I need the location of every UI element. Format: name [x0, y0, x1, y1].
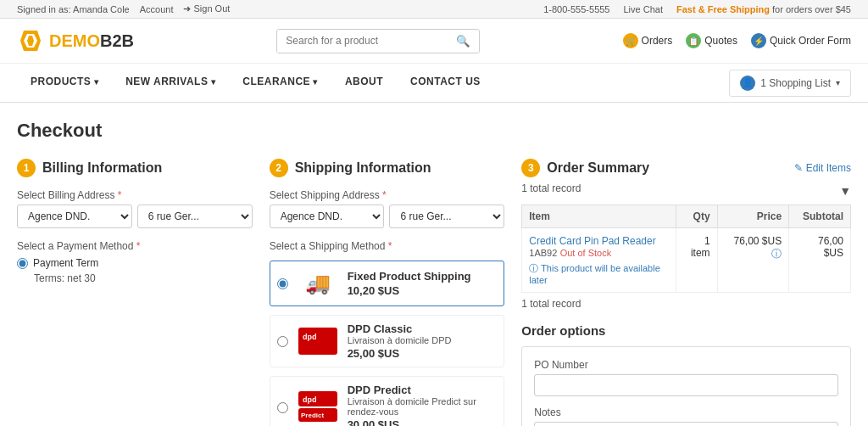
order-options-title: Order options: [521, 323, 851, 338]
product-name-link[interactable]: Credit Card Pin Pad Reader: [529, 235, 669, 247]
billing-section-header: 1 Billing Information: [17, 159, 253, 177]
shipping-fixed-name: Fixed Product Shipping: [348, 270, 498, 283]
po-number-input[interactable]: [534, 374, 838, 396]
order-summary-step-number: 3: [521, 159, 540, 177]
billing-address-name-select[interactable]: Agence DND.: [17, 205, 132, 228]
shipping-option-dpd-predict[interactable]: dpd Predict DPD Predict Livraison à domi…: [270, 376, 505, 426]
dpd-classic-logo: dpd: [298, 328, 337, 355]
logo-text-dark: B2B: [100, 31, 134, 50]
product-sku: 1AB92: [529, 248, 557, 258]
nav-about[interactable]: ABOUT: [331, 64, 397, 102]
shipping-fixed-radio[interactable]: [277, 278, 288, 289]
free-shipping-note: for orders over $45: [770, 4, 851, 14]
shopping-list-button[interactable]: 👤 1 Shopping List: [729, 70, 851, 97]
orders-label: Orders: [642, 35, 673, 47]
billing-step-number: 1: [17, 159, 36, 177]
quick-order-label: Quick Order Form: [770, 35, 851, 47]
orders-icon-item[interactable]: 🛒 Orders: [623, 33, 673, 48]
signed-in-text: Signed in as: Amanda Cole: [17, 4, 130, 14]
notes-field-group: Notes: [534, 406, 838, 426]
shipping-fixed-icon: 🚚: [297, 268, 339, 299]
table-row: Credit Card Pin Pad Reader 1AB92 Out of …: [522, 228, 851, 293]
shipping-dpd-classic-price: 25,00 $US: [348, 347, 498, 360]
dpd-predict-logo: dpd Predict: [298, 391, 337, 423]
col-item-header: Item: [522, 205, 676, 228]
sign-out-link[interactable]: Sign Out: [183, 3, 230, 14]
shopping-list-icon: 👤: [740, 76, 755, 91]
shipping-method-list: 🚚 Fixed Product Shipping 10,20 $US dpd: [270, 261, 505, 426]
billing-address-select-wrap: Agence DND. 6 rue Ger...: [17, 205, 253, 228]
shipping-dpd-predict-name: DPD Predict: [348, 384, 498, 396]
live-chat-link[interactable]: Live Chat: [624, 4, 663, 14]
orders-badge: 🛒: [623, 33, 638, 48]
col-price-header: Price: [717, 205, 789, 228]
price-info-icon[interactable]: ⓘ: [771, 248, 782, 260]
billing-section-title: Billing Information: [42, 160, 162, 176]
shipping-section-header: 2 Shipping Information: [270, 159, 505, 177]
shipping-address-select-wrap: Agence DND. 6 rue Ger...: [270, 205, 505, 228]
qty-cell: 1 item: [676, 228, 717, 293]
checkout-grid: 1 Billing Information Select Billing Add…: [17, 159, 851, 426]
truck-icon: 🚚: [305, 272, 331, 295]
quotes-badge: 📋: [686, 33, 701, 48]
order-options-box: PO Number Notes Delete this shopping lis…: [521, 346, 851, 426]
payment-method-label: Select a Payment Method: [17, 240, 253, 252]
shipping-section-title: Shipping Information: [295, 160, 431, 176]
header: DEMOB2B 🔍 🛒 Orders 📋 Quotes ⚡ Quick Orde…: [0, 19, 868, 64]
shipping-fixed-info: Fixed Product Shipping 10,20 $US: [348, 270, 498, 297]
order-table: Item Qty Price Subtotal Credit Card Pin …: [521, 205, 851, 293]
quotes-icon-item[interactable]: 📋 Quotes: [686, 33, 737, 48]
item-cell: Credit Card Pin Pad Reader 1AB92 Out of …: [522, 228, 676, 293]
search-input[interactable]: [277, 30, 448, 53]
svg-text:dpd: dpd: [303, 333, 317, 341]
shipping-address-value-select[interactable]: 6 rue Ger...: [389, 205, 504, 228]
shipping-dpd-classic-desc: Livraison à domicile DPD: [348, 335, 498, 345]
quotes-label: Quotes: [704, 35, 737, 47]
account-link[interactable]: Account: [140, 4, 174, 14]
top-bar-right: 1-800-555-5555 Live Chat Fast & Free Shi…: [543, 4, 851, 14]
shipping-dpd-predict-info: DPD Predict Livraison à domicile Predict…: [348, 384, 498, 426]
nav-products[interactable]: PRODUCTS: [17, 64, 112, 102]
shipping-option-dpd-classic[interactable]: dpd DPD Classic Livraison à domicile DPD…: [270, 315, 505, 367]
shipping-fixed-price: 10,20 $US: [348, 284, 498, 297]
price-cell: 76,00 $US ⓘ: [717, 228, 789, 293]
logo-text-colored: DEMO: [49, 31, 100, 50]
top-bar-left: Signed in as: Amanda Cole Account Sign O…: [17, 3, 230, 14]
header-icons: 🛒 Orders 📋 Quotes ⚡ Quick Order Form: [623, 33, 851, 48]
shipping-address-label: Select Shipping Address: [270, 189, 505, 201]
notes-textarea[interactable]: [534, 422, 838, 426]
edit-items-button[interactable]: Edit Items: [794, 162, 851, 174]
product-note: This product will be available later: [529, 262, 669, 285]
shipping-option-fixed[interactable]: 🚚 Fixed Product Shipping 10,20 $US: [270, 261, 505, 306]
out-of-stock-badge: Out of Stock: [560, 248, 612, 258]
nav-new-arrivals[interactable]: NEW ARRIVALS: [112, 64, 229, 102]
nav-clearance[interactable]: CLEARANCE: [229, 64, 331, 102]
shipping-dpd-predict-radio[interactable]: [277, 402, 288, 413]
payment-term-option[interactable]: Payment Term: [17, 257, 253, 269]
order-summary-title: Order Summary: [547, 160, 649, 176]
svg-text:Predict: Predict: [301, 412, 324, 419]
top-bar: Signed in as: Amanda Cole Account Sign O…: [0, 0, 868, 19]
billing-address-value-select[interactable]: 6 rue Ger...: [137, 205, 253, 228]
shipping-address-name-select[interactable]: Agence DND.: [270, 205, 385, 228]
search-bar[interactable]: 🔍: [276, 29, 480, 53]
quick-order-icon-item[interactable]: ⚡ Quick Order Form: [751, 33, 851, 48]
po-number-label: PO Number: [534, 359, 838, 371]
payment-method-section: Select a Payment Method Payment Term Ter…: [17, 240, 253, 284]
payment-term-radio[interactable]: [17, 258, 28, 269]
logo[interactable]: DEMOB2B: [17, 27, 134, 54]
search-button[interactable]: 🔍: [448, 30, 479, 53]
record-count-top: 1 total record: [521, 182, 581, 194]
order-options: Order options PO Number Notes Delete thi…: [521, 323, 851, 426]
payment-term-label: Payment Term: [33, 257, 98, 269]
logo-text: DEMOB2B: [49, 31, 134, 51]
shipping-dpd-predict-price: 30,00 $US: [348, 418, 498, 426]
shipping-method-label: Select a Shipping Method: [270, 240, 505, 252]
filter-icon[interactable]: ▼: [839, 184, 851, 198]
nav-left: PRODUCTS NEW ARRIVALS CLEARANCE ABOUT CO…: [17, 64, 494, 102]
nav-contact[interactable]: CONTACT US: [397, 64, 494, 102]
record-count-bottom: 1 total record: [521, 298, 851, 310]
shipping-dpd-classic-radio[interactable]: [277, 336, 288, 347]
col-qty-header: Qty: [676, 205, 717, 228]
svg-text:dpd: dpd: [303, 395, 317, 404]
